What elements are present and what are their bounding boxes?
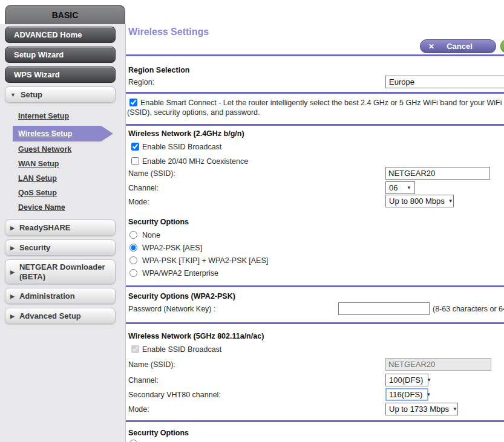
chevron-down-icon: ▼	[453, 406, 457, 412]
channel-5-value: 100(DFS)	[389, 375, 423, 385]
chevron-down-icon: ▼	[448, 198, 453, 204]
divider	[126, 420, 504, 422]
cancel-button[interactable]: ✕ Cancel	[420, 39, 496, 53]
region-label: Region:	[128, 78, 154, 86]
security-wpa2psk-radio[interactable]	[129, 244, 137, 252]
page-title: Wireless Settings	[128, 27, 209, 37]
security-wpapsk-wpa2psk-label: WPA-PSK [TKIP] + WPA2-PSK [AES]	[142, 256, 268, 265]
sidebar-item-wan-setup[interactable]: WAN Setup	[18, 160, 59, 168]
mode-24-value: Up to 800 Mbps	[389, 197, 445, 206]
ssid-name-24-input[interactable]	[385, 167, 490, 180]
router-admin-page: BASIC ADVANCED ADVANCED Home Setup Wizar…	[0, 0, 504, 442]
wireless-5ghz-heading: Wireless Network (5GHz 802.11a/n/ac)	[128, 332, 264, 340]
security-5-partial-radio[interactable]	[129, 440, 137, 442]
wpa2psk-heading: Security Options (WPA2-PSK)	[128, 292, 235, 301]
sidebar-section-administration-label: Administration	[19, 291, 75, 301]
chevron-right-icon: ▶	[10, 293, 15, 299]
sidebar-item-qos-setup[interactable]: QoS Setup	[18, 189, 57, 197]
divider	[126, 92, 504, 94]
sidebar-item-setup-wizard[interactable]: Setup Wizard	[5, 47, 116, 63]
security-options-5-heading: Security Options	[128, 429, 189, 437]
mode-24-label: Mode:	[128, 198, 149, 206]
channel-24-label: Channel:	[128, 184, 159, 192]
ssid-name-5-input[interactable]	[385, 358, 491, 371]
region-selection-heading: Region Selection	[128, 66, 189, 74]
mode-5-select[interactable]: Up to 1733 Mbps ▼	[385, 403, 458, 415]
sidebar-section-netgear-downloader[interactable]: ▶ NETGEAR Downloader (BETA)	[5, 259, 116, 284]
sidebar-item-lan-setup[interactable]: LAN Setup	[18, 174, 57, 183]
ssid-name-5-label: Name (SSID):	[128, 360, 175, 369]
apply-button[interactable]	[500, 39, 504, 53]
smart-connect-label-line2: (SSID), security options, and password.	[127, 108, 260, 117]
sidebar: ADVANCED Home Setup Wizard WPS Wizard ▼ …	[0, 24, 126, 442]
sidebar-item-internet-setup[interactable]: Internet Setup	[18, 112, 69, 120]
security-wpapsk-wpa2psk-radio[interactable]	[129, 256, 137, 264]
cancel-button-label: Cancel	[434, 42, 485, 51]
region-select[interactable]: Europe ▼	[385, 76, 504, 88]
security-enterprise-radio[interactable]	[129, 269, 137, 277]
sidebar-item-wireless-setup[interactable]: Wireless Setup	[18, 129, 73, 138]
sidebar-item-guest-network[interactable]: Guest Network	[18, 145, 71, 154]
sidebar-section-administration[interactable]: ▶ Administration	[5, 288, 116, 304]
mode-24-select[interactable]: Up to 800 Mbps ▼	[385, 195, 454, 207]
ssid-broadcast-24-checkbox[interactable]	[131, 143, 139, 151]
sidebar-section-advanced-setup[interactable]: ▶ Advanced Setup	[5, 308, 116, 324]
sidebar-section-setup-label: Setup	[21, 90, 42, 99]
channel-5-select[interactable]: 100(DFS) ▼	[385, 374, 428, 386]
divider	[126, 124, 504, 126]
password-input[interactable]	[338, 302, 430, 315]
sidebar-section-netgear-downloader-label: NETGEAR Downloader (BETA)	[19, 262, 111, 282]
chevron-down-icon: ▼	[427, 377, 431, 383]
sidebar-section-readyshare-label: ReadySHARE	[19, 223, 71, 232]
chevron-down-icon: ▼	[10, 92, 16, 98]
smart-connect-label-line1: Enable Smart Connect - Let the router in…	[140, 99, 504, 107]
sidebar-item-advanced-home[interactable]: ADVANCED Home	[5, 27, 116, 43]
security-enterprise-label: WPA/WPA2 Enterprise	[142, 269, 218, 278]
main-content: Wireless Settings ✕ Cancel Region Select…	[126, 0, 504, 442]
sidebar-section-security-label: Security	[19, 243, 50, 252]
sidebar-section-advanced-setup-label: Advanced Setup	[19, 311, 81, 320]
chevron-right-icon: ▶	[10, 269, 15, 275]
channel-5-label: Channel:	[128, 376, 159, 385]
password-label: Password (Network Key) :	[128, 305, 215, 313]
security-options-24-heading: Security Options	[128, 218, 189, 226]
channel-24-value: 06	[389, 183, 398, 192]
smart-connect-checkbox[interactable]	[129, 99, 137, 106]
ssid-broadcast-5-checkbox[interactable]	[131, 345, 139, 353]
sidebar-section-readyshare[interactable]: ▶ ReadySHARE	[5, 219, 116, 236]
security-none-radio[interactable]	[129, 231, 137, 239]
coexistence-checkbox[interactable]	[131, 157, 139, 165]
secondary-channel-value: 116(DFS)	[389, 390, 422, 399]
chevron-right-icon: ▶	[10, 225, 15, 231]
mode-5-value: Up to 1733 Mbps	[389, 405, 449, 414]
channel-24-select[interactable]: 06 ▼	[385, 181, 415, 194]
coexistence-label: Enable 20/40 MHz Coexistence	[142, 157, 248, 166]
divider	[126, 322, 504, 324]
mode-5-label: Mode:	[128, 405, 149, 414]
sidebar-section-setup[interactable]: ▼ Setup	[5, 86, 116, 103]
region-select-value: Europe	[389, 77, 414, 86]
secondary-channel-select[interactable]: 116(DFS) ▼	[385, 388, 428, 401]
security-wpa2psk-label: WPA2-PSK [AES]	[142, 244, 202, 252]
wireless-24ghz-heading: Wireless Network (2.4GHz b/g/n)	[128, 129, 244, 138]
security-none-label: None	[142, 231, 160, 239]
chevron-right-icon: ▶	[10, 245, 15, 251]
ssid-name-24-label: Name (SSID):	[128, 169, 175, 178]
sidebar-section-security[interactable]: ▶ Security	[5, 239, 116, 256]
secondary-channel-label: Secondary VHT80 channel:	[128, 391, 221, 399]
ssid-broadcast-24-label: Enable SSID Broadcast	[142, 143, 221, 151]
divider	[126, 285, 504, 287]
tab-basic[interactable]: BASIC	[5, 5, 125, 24]
sidebar-item-wps-wizard[interactable]: WPS Wizard	[5, 67, 116, 83]
chevron-right-icon: ▶	[10, 313, 15, 319]
chevron-down-icon: ▼	[426, 392, 431, 397]
password-hint: (8-63 characters or 64 hex digits)	[433, 305, 504, 313]
divider	[126, 54, 504, 56]
chevron-down-icon: ▼	[407, 185, 411, 190]
close-icon: ✕	[428, 42, 434, 51]
sidebar-item-device-name[interactable]: Device Name	[18, 203, 65, 212]
ssid-broadcast-5-label: Enable SSID Broadcast	[142, 345, 221, 354]
